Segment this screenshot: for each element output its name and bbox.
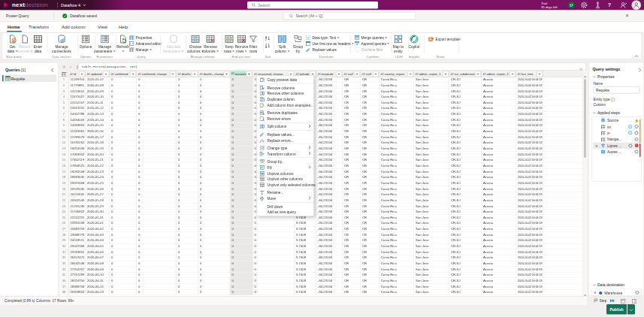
svg-text:12: 12 — [261, 146, 264, 149]
